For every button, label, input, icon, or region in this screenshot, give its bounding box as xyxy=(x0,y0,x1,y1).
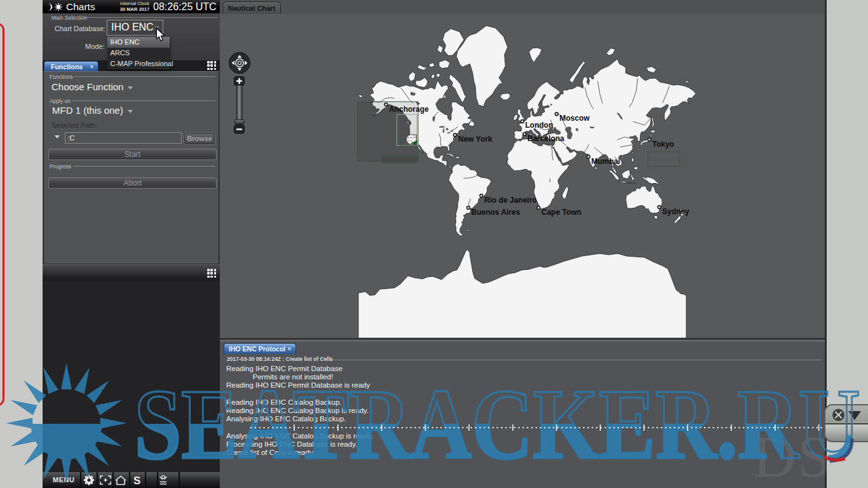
svg-text:Cape Town: Cape Town xyxy=(541,208,581,217)
svg-text:Anchorage: Anchorage xyxy=(389,105,429,114)
svg-text:New York: New York xyxy=(458,135,492,144)
svg-text:Buenos Aires: Buenos Aires xyxy=(471,208,520,217)
svg-text:Sydney: Sydney xyxy=(662,207,689,216)
svg-text:Moscow: Moscow xyxy=(560,114,590,123)
svg-text:Mumbai: Mumbai xyxy=(592,157,620,166)
svg-text:Tokyo: Tokyo xyxy=(653,140,674,149)
svg-text:Barcelona: Barcelona xyxy=(527,134,564,143)
svg-text:Rio de Janeiro: Rio de Janeiro xyxy=(484,196,537,205)
svg-text:London: London xyxy=(526,121,553,130)
